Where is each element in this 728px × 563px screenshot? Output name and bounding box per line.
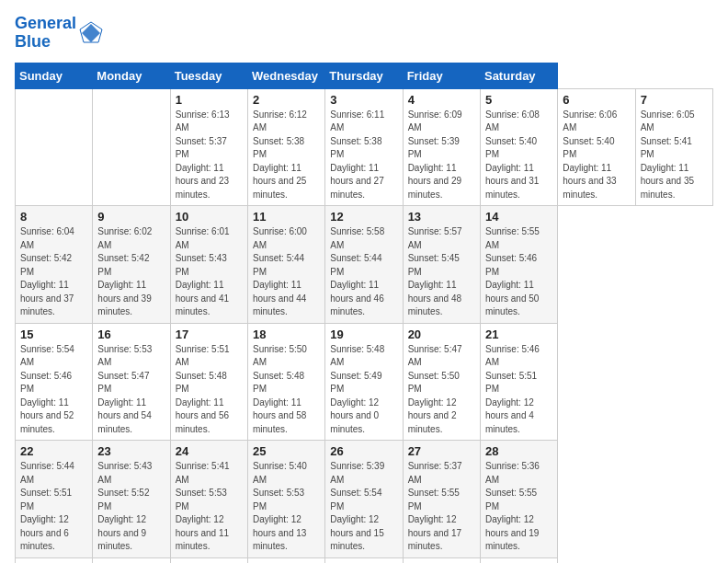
weekday-header: Monday: [93, 63, 170, 88]
day-detail: Sunrise: 5:43 AMSunset: 5:52 PMDaylight:…: [97, 460, 165, 554]
calendar-cell: 16Sunrise: 5:53 AMSunset: 5:47 PMDayligh…: [93, 323, 170, 441]
day-detail: Sunrise: 6:09 AMSunset: 5:39 PMDaylight:…: [408, 109, 475, 202]
calendar-cell: 22Sunrise: 5:44 AMSunset: 5:51 PMDayligh…: [16, 441, 93, 558]
day-number: 2: [253, 93, 320, 107]
day-detail: Sunrise: 5:40 AMSunset: 5:53 PMDaylight:…: [253, 460, 320, 554]
day-number: 4: [408, 93, 475, 107]
calendar-cell: 8Sunrise: 6:04 AMSunset: 5:42 PMDaylight…: [16, 206, 93, 324]
calendar-cell: 20Sunrise: 5:47 AMSunset: 5:50 PMDayligh…: [403, 323, 480, 441]
day-detail: Sunrise: 6:02 AMSunset: 5:42 PMDaylight:…: [97, 225, 165, 319]
day-detail: Sunrise: 5:54 AMSunset: 5:46 PMDaylight:…: [20, 343, 87, 437]
day-number: 20: [408, 327, 475, 341]
day-detail: Sunrise: 5:39 AMSunset: 5:54 PMDaylight:…: [330, 460, 397, 554]
calendar-cell: 11Sunrise: 6:00 AMSunset: 5:44 PMDayligh…: [247, 206, 324, 324]
calendar-cell: 5Sunrise: 6:08 AMSunset: 5:40 PMDaylight…: [480, 88, 557, 206]
weekday-header: Thursday: [325, 63, 403, 88]
weekday-header: Tuesday: [170, 63, 247, 88]
day-number: 11: [253, 210, 320, 224]
day-number: 23: [97, 444, 165, 458]
weekday-header: Wednesday: [247, 63, 324, 88]
day-number: 13: [408, 210, 475, 224]
calendar-cell: 3Sunrise: 6:11 AMSunset: 5:38 PMDaylight…: [325, 88, 403, 206]
day-number: 1: [176, 93, 243, 107]
calendar-cell: 21Sunrise: 5:46 AMSunset: 5:51 PMDayligh…: [480, 323, 557, 441]
day-detail: Sunrise: 5:53 AMSunset: 5:47 PMDaylight:…: [97, 343, 165, 437]
day-detail: Sunrise: 6:11 AMSunset: 5:38 PMDaylight:…: [330, 109, 397, 202]
calendar-cell: 17Sunrise: 5:51 AMSunset: 5:48 PMDayligh…: [170, 323, 247, 441]
calendar-cell: 27Sunrise: 5:37 AMSunset: 5:55 PMDayligh…: [403, 441, 480, 558]
day-detail: Sunrise: 6:00 AMSunset: 5:44 PMDaylight:…: [253, 225, 320, 319]
calendar-cell: [16, 88, 93, 206]
weekday-header: Saturday: [480, 63, 557, 88]
day-number: 25: [253, 444, 320, 458]
calendar-cell: 18Sunrise: 5:50 AMSunset: 5:48 PMDayligh…: [247, 323, 324, 441]
calendar-week: 22Sunrise: 5:44 AMSunset: 5:51 PMDayligh…: [16, 441, 713, 558]
logo: GeneralBlue: [15, 15, 104, 52]
calendar-cell: [93, 88, 170, 206]
day-detail: Sunrise: 5:50 AMSunset: 5:48 PMDaylight:…: [253, 343, 320, 437]
calendar-week: 8Sunrise: 6:04 AMSunset: 5:42 PMDaylight…: [16, 206, 713, 324]
day-detail: Sunrise: 5:55 AMSunset: 5:46 PMDaylight:…: [485, 225, 552, 319]
day-detail: Sunrise: 6:08 AMSunset: 5:40 PMDaylight:…: [485, 109, 552, 202]
day-detail: Sunrise: 5:36 AMSunset: 5:55 PMDaylight:…: [485, 460, 552, 554]
day-number: 15: [20, 327, 87, 341]
day-detail: Sunrise: 5:48 AMSunset: 5:49 PMDaylight:…: [330, 343, 397, 437]
day-number: 18: [253, 327, 320, 341]
calendar-cell: 2Sunrise: 6:12 AMSunset: 5:38 PMDaylight…: [247, 88, 324, 206]
day-detail: Sunrise: 5:46 AMSunset: 5:51 PMDaylight:…: [485, 343, 552, 437]
day-detail: Sunrise: 6:01 AMSunset: 5:43 PMDaylight:…: [176, 225, 243, 319]
day-detail: Sunrise: 6:05 AMSunset: 5:41 PMDaylight:…: [641, 109, 708, 202]
day-number: 9: [97, 210, 165, 224]
day-number: 19: [330, 327, 397, 341]
day-number: 24: [176, 444, 243, 458]
calendar-cell: 24Sunrise: 5:41 AMSunset: 5:53 PMDayligh…: [170, 441, 247, 558]
day-number: 16: [97, 327, 165, 341]
day-detail: Sunrise: 6:06 AMSunset: 5:40 PMDaylight:…: [563, 109, 630, 202]
calendar-cell: 23Sunrise: 5:43 AMSunset: 5:52 PMDayligh…: [93, 441, 170, 558]
day-detail: Sunrise: 5:47 AMSunset: 5:50 PMDaylight:…: [408, 343, 475, 437]
day-number: 10: [176, 210, 243, 224]
day-number: 8: [20, 210, 87, 224]
calendar-cell: 6Sunrise: 6:06 AMSunset: 5:40 PMDaylight…: [558, 88, 635, 206]
calendar-table: SundayMondayTuesdayWednesdayThursdayFrid…: [15, 63, 713, 563]
calendar-header: SundayMondayTuesdayWednesdayThursdayFrid…: [16, 63, 713, 88]
logo-text: GeneralBlue: [15, 15, 76, 52]
calendar-cell: 13Sunrise: 5:57 AMSunset: 5:45 PMDayligh…: [403, 206, 480, 324]
day-number: 17: [176, 327, 243, 341]
calendar-cell: 10Sunrise: 6:01 AMSunset: 5:43 PMDayligh…: [170, 206, 247, 324]
day-detail: Sunrise: 5:41 AMSunset: 5:53 PMDaylight:…: [176, 460, 243, 554]
day-number: 3: [330, 93, 397, 107]
page-header: GeneralBlue: [15, 15, 713, 52]
day-detail: Sunrise: 5:44 AMSunset: 5:51 PMDaylight:…: [20, 460, 87, 554]
calendar-cell: 26Sunrise: 5:39 AMSunset: 5:54 PMDayligh…: [325, 441, 403, 558]
day-detail: Sunrise: 5:51 AMSunset: 5:48 PMDaylight:…: [176, 343, 243, 437]
day-number: 5: [485, 93, 552, 107]
calendar-cell: 19Sunrise: 5:48 AMSunset: 5:49 PMDayligh…: [325, 323, 403, 441]
calendar-cell: 30Sunrise: 5:33 AMSunset: 5:57 PMDayligh…: [93, 557, 170, 563]
day-number: 7: [641, 93, 708, 107]
day-detail: Sunrise: 6:04 AMSunset: 5:42 PMDaylight:…: [20, 225, 87, 319]
calendar-cell: [403, 557, 480, 563]
day-number: 14: [485, 210, 552, 224]
calendar-cell: [247, 557, 324, 563]
calendar-cell: 1Sunrise: 6:13 AMSunset: 5:37 PMDaylight…: [170, 88, 247, 206]
day-detail: Sunrise: 5:58 AMSunset: 5:44 PMDaylight:…: [330, 225, 397, 319]
calendar-week: 1Sunrise: 6:13 AMSunset: 5:37 PMDaylight…: [16, 88, 713, 206]
calendar-week: 29Sunrise: 5:35 AMSunset: 5:56 PMDayligh…: [16, 557, 713, 563]
calendar-cell: 7Sunrise: 6:05 AMSunset: 5:41 PMDaylight…: [635, 88, 712, 206]
calendar-cell: 12Sunrise: 5:58 AMSunset: 5:44 PMDayligh…: [325, 206, 403, 324]
calendar-cell: [170, 557, 247, 563]
calendar-cell: [325, 557, 403, 563]
day-number: 26: [330, 444, 397, 458]
logo-icon: [78, 20, 104, 46]
calendar-cell: 15Sunrise: 5:54 AMSunset: 5:46 PMDayligh…: [16, 323, 93, 441]
weekday-header: Sunday: [16, 63, 93, 88]
day-number: 28: [485, 444, 552, 458]
calendar-cell: 28Sunrise: 5:36 AMSunset: 5:55 PMDayligh…: [480, 441, 557, 558]
calendar-cell: 4Sunrise: 6:09 AMSunset: 5:39 PMDaylight…: [403, 88, 480, 206]
calendar-cell: 29Sunrise: 5:35 AMSunset: 5:56 PMDayligh…: [16, 557, 93, 563]
day-number: 6: [563, 93, 630, 107]
weekday-header: Friday: [403, 63, 480, 88]
day-detail: Sunrise: 6:13 AMSunset: 5:37 PMDaylight:…: [176, 109, 243, 202]
calendar-week: 15Sunrise: 5:54 AMSunset: 5:46 PMDayligh…: [16, 323, 713, 441]
